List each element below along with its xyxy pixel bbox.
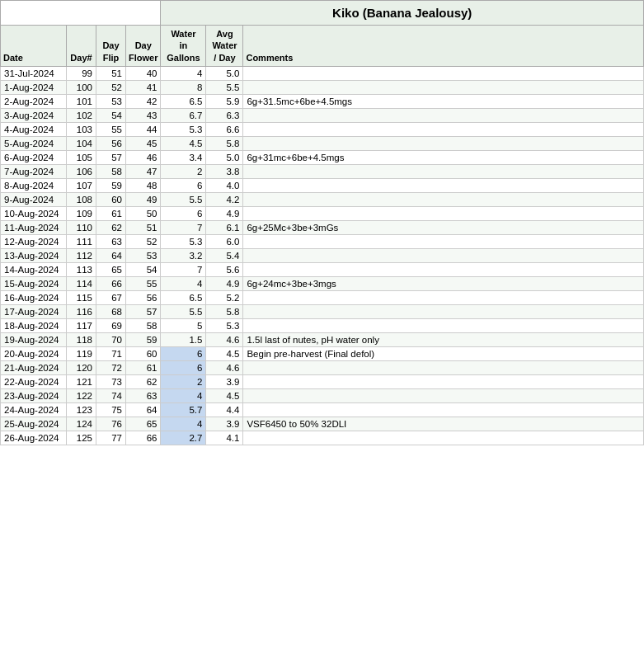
table-row: 24-Aug-2024 123 75 64 5.7 4.4 [1, 402, 644, 417]
table-row: 9-Aug-2024 108 60 49 5.5 4.2 [1, 192, 644, 206]
flower-cell: 54 [126, 262, 161, 276]
flip-cell: 69 [96, 318, 126, 332]
date-cell: 11-Aug-2024 [1, 220, 67, 234]
comment-cell: 6g+31.5mc+6be+4.5mgs [243, 94, 644, 108]
table-row: 1-Aug-2024 100 52 41 8 5.5 [1, 80, 644, 94]
table-row: 3-Aug-2024 102 54 43 6.7 6.3 [1, 108, 644, 122]
flip-cell: 63 [96, 234, 126, 248]
date-cell: 21-Aug-2024 [1, 360, 67, 374]
water-cell: 3.2 [161, 248, 206, 262]
col-header-avg: Avg Water / Day [206, 26, 243, 67]
date-cell: 24-Aug-2024 [1, 402, 67, 417]
flip-cell: 77 [96, 431, 126, 445]
flip-cell: 74 [96, 388, 126, 402]
flip-cell: 55 [96, 122, 126, 136]
flip-cell: 72 [96, 360, 126, 374]
date-cell: 14-Aug-2024 [1, 262, 67, 276]
date-cell: 17-Aug-2024 [1, 304, 67, 318]
flip-cell: 56 [96, 136, 126, 150]
comment-cell: 6g+24mc+3be+3mgs [243, 276, 644, 290]
table-row: 4-Aug-2024 103 55 44 5.3 6.6 [1, 122, 644, 136]
comment-cell [243, 262, 644, 276]
flip-cell: 62 [96, 220, 126, 234]
table-row: 17-Aug-2024 116 68 57 5.5 5.8 [1, 304, 644, 318]
avg-cell: 5.2 [206, 290, 243, 304]
flower-cell: 61 [126, 360, 161, 374]
flip-cell: 71 [96, 346, 126, 360]
comment-cell: 1.5l last of nutes, pH water only [243, 332, 644, 346]
flip-cell: 65 [96, 262, 126, 276]
day-cell: 113 [67, 262, 96, 276]
comment-cell [243, 360, 644, 374]
water-cell: 6 [161, 346, 206, 360]
avg-cell: 4.0 [206, 178, 243, 192]
flip-cell: 73 [96, 374, 126, 388]
table-row: 11-Aug-2024 110 62 51 7 6.1 6g+25Mc+3be+… [1, 220, 644, 234]
date-cell: 26-Aug-2024 [1, 431, 67, 445]
comment-cell [243, 136, 644, 150]
col-header-comments: Comments [243, 26, 644, 67]
comment-cell [243, 164, 644, 178]
avg-cell: 3.9 [206, 417, 243, 431]
col-header-flip: Day Flip [96, 26, 126, 67]
day-cell: 102 [67, 108, 96, 122]
avg-cell: 4.5 [206, 388, 243, 402]
table-row: 21-Aug-2024 120 72 61 6 4.6 [1, 360, 644, 374]
avg-cell: 4.9 [206, 276, 243, 290]
comment-cell [243, 178, 644, 192]
comment-cell [243, 192, 644, 206]
water-cell: 4 [161, 417, 206, 431]
water-cell: 5.5 [161, 304, 206, 318]
comment-cell [243, 374, 644, 388]
water-cell: 3.4 [161, 150, 206, 164]
comment-cell [243, 108, 644, 122]
table-row: 12-Aug-2024 111 63 52 5.3 6.0 [1, 234, 644, 248]
water-cell: 5.7 [161, 402, 206, 417]
water-cell: 5.3 [161, 122, 206, 136]
flower-cell: 41 [126, 80, 161, 94]
table-row: 19-Aug-2024 118 70 59 1.5 4.6 1.5l last … [1, 332, 644, 346]
date-cell: 8-Aug-2024 [1, 178, 67, 192]
day-cell: 112 [67, 248, 96, 262]
flower-cell: 44 [126, 122, 161, 136]
day-cell: 111 [67, 234, 96, 248]
day-cell: 107 [67, 178, 96, 192]
day-cell: 123 [67, 402, 96, 417]
date-cell: 22-Aug-2024 [1, 374, 67, 388]
comment-cell [243, 402, 644, 417]
avg-cell: 4.9 [206, 206, 243, 220]
water-cell: 4.5 [161, 136, 206, 150]
day-cell: 115 [67, 290, 96, 304]
flip-cell: 54 [96, 108, 126, 122]
water-cell: 4 [161, 276, 206, 290]
flower-cell: 60 [126, 346, 161, 360]
table-row: 10-Aug-2024 109 61 50 6 4.9 [1, 206, 644, 220]
flower-cell: 52 [126, 234, 161, 248]
flower-cell: 46 [126, 150, 161, 164]
table-row: 31-Jul-2024 99 51 40 4 5.0 [1, 66, 644, 80]
water-cell: 5.3 [161, 234, 206, 248]
water-cell: 8 [161, 80, 206, 94]
water-cell: 5 [161, 318, 206, 332]
day-cell: 105 [67, 150, 96, 164]
table-row: 20-Aug-2024 119 71 60 6 4.5 Begin pre-ha… [1, 346, 644, 360]
comment-cell: 6g+31mc+6be+4.5mgs [243, 150, 644, 164]
flip-cell: 67 [96, 290, 126, 304]
avg-cell: 4.2 [206, 192, 243, 206]
flip-cell: 59 [96, 178, 126, 192]
avg-cell: 5.5 [206, 80, 243, 94]
date-cell: 3-Aug-2024 [1, 108, 67, 122]
date-cell: 12-Aug-2024 [1, 234, 67, 248]
day-cell: 110 [67, 220, 96, 234]
day-cell: 104 [67, 136, 96, 150]
page-title: Kiko (Banana Jealousy) [161, 1, 644, 26]
date-cell: 9-Aug-2024 [1, 192, 67, 206]
comment-cell [243, 80, 644, 94]
date-cell: 23-Aug-2024 [1, 388, 67, 402]
day-cell: 121 [67, 374, 96, 388]
date-cell: 10-Aug-2024 [1, 206, 67, 220]
flower-cell: 63 [126, 388, 161, 402]
table-row: 13-Aug-2024 112 64 53 3.2 5.4 [1, 248, 644, 262]
table-row: 2-Aug-2024 101 53 42 6.5 5.9 6g+31.5mc+6… [1, 94, 644, 108]
avg-cell: 3.8 [206, 164, 243, 178]
